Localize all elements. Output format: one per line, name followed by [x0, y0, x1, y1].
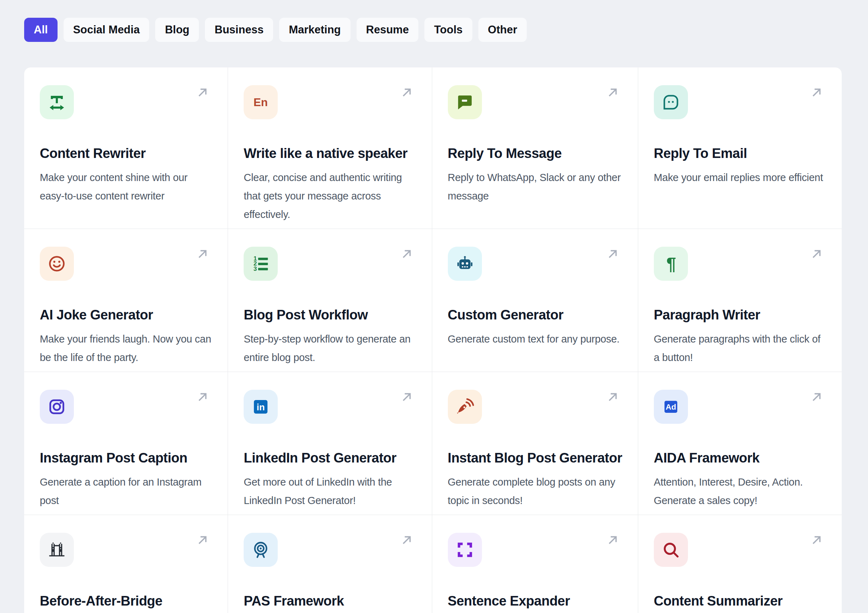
open-tool-arrow-icon[interactable]: [604, 85, 621, 101]
smiley-icon: [40, 247, 74, 281]
tab-all[interactable]: All: [24, 18, 57, 42]
open-tool-arrow-icon[interactable]: [398, 85, 415, 101]
card-title: Reply To Message: [448, 145, 622, 162]
card-description: Generate paragraphs with the click of a …: [654, 330, 826, 367]
card-description: Generate custom text for any purpose.: [448, 330, 622, 348]
svg-text:3: 3: [254, 266, 257, 272]
card-content-rewriter[interactable]: Content Rewriter Make your content shine…: [24, 67, 228, 229]
ad-badge-icon: Ad: [654, 390, 688, 424]
card-instagram-post-caption[interactable]: Instagram Post Caption Generate a captio…: [24, 372, 228, 515]
card-description: Step-by-step workflow to generate an ent…: [243, 330, 416, 367]
open-tool-arrow-icon[interactable]: [808, 532, 825, 548]
card-description: Attention, Interest, Desire, Action. Gen…: [654, 473, 826, 510]
card-description: Make your content shine with our easy-to…: [40, 168, 212, 205]
card-title: Custom Generator: [448, 306, 622, 324]
card-description: Generate a caption for an Instagram post: [40, 473, 212, 510]
card-title: Reply To Email: [654, 145, 826, 162]
card-title: Blog Post Workflow: [243, 306, 416, 324]
tools-grid: Content Rewriter Make your content shine…: [24, 67, 842, 613]
category-tabs: AllSocial MediaBlogBusinessMarketingResu…: [24, 18, 527, 42]
card-title: Content Rewriter: [40, 145, 212, 162]
card-title: Instant Blog Post Generator: [448, 449, 622, 466]
card-title: Sentence Expander: [448, 593, 622, 610]
open-tool-arrow-icon[interactable]: [398, 389, 415, 406]
svg-text:Ad: Ad: [666, 402, 676, 412]
card-title: Content Summarizer: [654, 593, 826, 610]
chat-bubble-minus-icon: [448, 85, 482, 119]
card-title: Instagram Post Caption: [40, 449, 212, 466]
linkedin-icon: in: [243, 390, 278, 424]
expand-corners-icon: [448, 533, 482, 567]
card-write-like-a-native-speaker[interactable]: En Write like a native speaker Clear, co…: [228, 67, 431, 229]
tab-other[interactable]: Other: [478, 18, 527, 42]
card-description: Make your friends laugh. Now you can be …: [40, 330, 212, 367]
card-title: Write like a native speaker: [243, 145, 416, 162]
svg-text:in: in: [257, 402, 265, 412]
card-title: PAS Framework: [243, 593, 416, 610]
card-description: Generate complete blog posts on any topi…: [448, 473, 622, 510]
card-pas-framework[interactable]: PAS Framework: [228, 515, 431, 613]
pilcrow-icon: ¶: [654, 247, 688, 281]
instagram-icon: [40, 390, 74, 424]
card-reply-to-email[interactable]: Reply To Email Make your email replies m…: [638, 67, 842, 229]
card-blog-post-workflow[interactable]: 123 Blog Post Workflow Step-by-step work…: [228, 229, 431, 372]
card-description: Reply to WhatsApp, Slack or any other me…: [448, 168, 622, 205]
open-tool-arrow-icon[interactable]: [194, 85, 211, 101]
numbered-list-icon: 123: [243, 247, 278, 281]
magnifier-icon: [654, 533, 688, 567]
open-tool-arrow-icon[interactable]: [398, 532, 415, 548]
tab-business[interactable]: Business: [205, 18, 273, 42]
card-title: AI Joke Generator: [40, 306, 212, 324]
open-tool-arrow-icon[interactable]: [194, 246, 211, 262]
open-tool-arrow-icon[interactable]: [604, 246, 621, 262]
bubble-dots-icon: [654, 85, 688, 119]
card-before-after-bridge[interactable]: Before-After-Bridge: [24, 515, 228, 613]
tab-marketing[interactable]: Marketing: [279, 18, 350, 42]
tab-social-media[interactable]: Social Media: [64, 18, 150, 42]
card-aida-framework[interactable]: Ad AIDA Framework Attention, Interest, D…: [638, 372, 842, 515]
text-width-icon: [40, 85, 74, 119]
bridge-icon: [40, 533, 74, 567]
card-custom-generator[interactable]: Custom Generator Generate custom text fo…: [432, 229, 638, 372]
card-linkedin-post-generator[interactable]: in LinkedIn Post Generator Get more out …: [228, 372, 431, 515]
open-tool-arrow-icon[interactable]: [194, 389, 211, 406]
card-title: LinkedIn Post Generator: [243, 449, 416, 466]
card-content-summarizer[interactable]: Content Summarizer: [638, 515, 842, 613]
card-paragraph-writer[interactable]: ¶ Paragraph Writer Generate paragraphs w…: [638, 229, 842, 372]
open-tool-arrow-icon[interactable]: [194, 532, 211, 548]
card-sentence-expander[interactable]: Sentence Expander: [432, 515, 638, 613]
open-tool-arrow-icon[interactable]: [604, 389, 621, 406]
card-reply-to-message[interactable]: Reply To Message Reply to WhatsApp, Slac…: [432, 67, 638, 229]
open-tool-arrow-icon[interactable]: [398, 246, 415, 262]
card-description: Make your email replies more efficient: [654, 168, 826, 187]
svg-text:En: En: [254, 96, 268, 108]
card-description: Clear, concise and authentic writing tha…: [243, 168, 416, 224]
card-title: AIDA Framework: [654, 449, 826, 466]
tab-tools[interactable]: Tools: [425, 18, 472, 42]
tab-blog[interactable]: Blog: [155, 18, 199, 42]
tab-resume[interactable]: Resume: [356, 18, 419, 42]
open-tool-arrow-icon[interactable]: [808, 85, 825, 101]
card-instant-blog-post-generator[interactable]: Instant Blog Post Generator Generate com…: [432, 372, 638, 515]
card-title: Before-After-Bridge: [40, 593, 212, 610]
card-ai-joke-generator[interactable]: AI Joke Generator Make your friends laug…: [24, 229, 228, 372]
target-icon: [243, 533, 278, 567]
pen-signal-icon: [448, 390, 482, 424]
svg-text:¶: ¶: [666, 254, 676, 273]
open-tool-arrow-icon[interactable]: [808, 389, 825, 406]
card-description: Get more out of LinkedIn with the Linked…: [243, 473, 416, 510]
card-title: Paragraph Writer: [654, 306, 826, 324]
open-tool-arrow-icon[interactable]: [808, 246, 825, 262]
open-tool-arrow-icon[interactable]: [604, 532, 621, 548]
english-letters-icon: En: [243, 85, 278, 119]
robot-icon: [448, 247, 482, 281]
